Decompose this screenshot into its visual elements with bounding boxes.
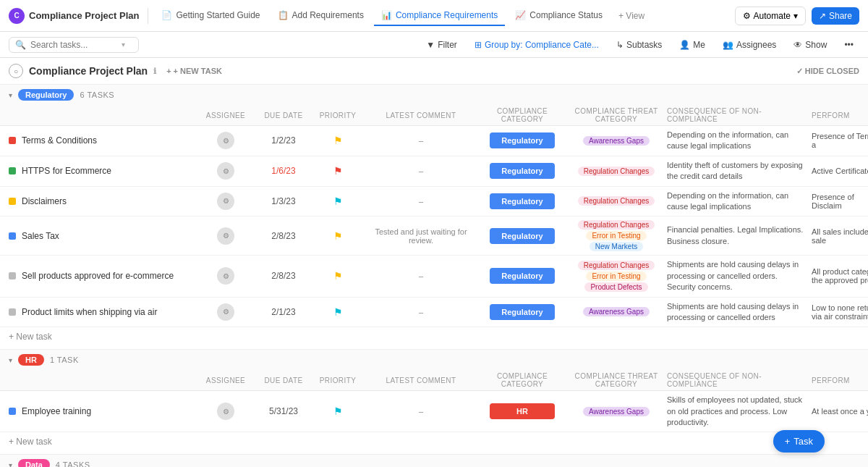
task-row[interactable]: HTTPS for Ecommerce ⚙ 1/6/23 ⚑ – Regulat… [0,156,868,187]
task-priority: ⚑ [312,135,363,146]
col-duedate-header: DUE DATE [255,112,312,119]
share-button[interactable]: ↗ Share [812,7,859,25]
show-button[interactable]: 👁 Show [788,37,833,53]
task-assignee[interactable]: ⚙ [197,132,255,149]
group-header-regulatory[interactable]: ▾ Regulatory 6 TASKS [0,85,868,105]
automate-button[interactable]: ⚙ Automate ▾ [735,7,806,25]
col-threat-header: COMPLIANCE THREAT CATEGORY [566,372,667,388]
threat-tags: Regulation Changes [566,196,667,206]
group-header-data[interactable]: ▾ Data 4 TASKS [0,455,868,467]
filter-icon: ▼ [426,40,435,50]
avatar[interactable]: ⚙ [217,267,234,285]
task-row[interactable]: Product limits when shipping via air ⚙ 2… [0,298,868,328]
task-priority: ⚑ [312,270,363,282]
task-dot [9,198,16,205]
task-consequence: Depending on the information, can cause … [667,190,812,213]
group-badge-regulatory: Regulatory [18,89,74,101]
col-duedate-header: DUE DATE [255,376,312,384]
task-priority: ⚑ [312,306,363,318]
task-row[interactable]: Disclaimers ⚙ 1/3/23 ⚑ – Regulatory Regu… [0,187,868,217]
col-consequence-header: CONSEQUENCE OF NON-COMPLIANCE [667,107,812,123]
task-row[interactable]: Sell products approved for e-commerce ⚙ … [0,256,868,297]
clipboard-icon: 📋 [278,10,289,20]
task-assignee[interactable]: ⚙ [197,193,255,210]
group-by-label: Group by: Compliance Cate... [485,40,599,50]
task-compliance: Regulatory [479,193,566,209]
task-count-data: 4 TASKS [56,460,90,467]
add-task-row-hr[interactable]: + New task [0,432,868,454]
task-assignee[interactable]: ⚙ [197,162,255,180]
group-toggle-data[interactable]: ▾ [9,461,12,467]
me-button[interactable]: 👤 Me [673,37,711,53]
task-assignee[interactable]: ⚙ [197,303,255,321]
task-assignee[interactable]: ⚙ [197,267,255,285]
task-assignee[interactable]: ⚙ [197,403,255,420]
priority-flag: ⚑ [333,405,343,417]
add-view-button[interactable]: + View [613,8,650,24]
task-dot [9,408,16,415]
search-box[interactable]: 🔍 ▾ [9,37,139,53]
task-name: Product limits when shipping via air [9,307,197,317]
priority-flag: ⚑ [333,135,343,146]
top-nav: C Compliance Project Plan 📄 Getting Star… [0,0,868,32]
col-assignee-header: ASSIGNEE [197,376,255,384]
tab-getting-started[interactable]: 📄 Getting Started Guide [154,6,267,26]
filter-button[interactable]: ▼ Filter [420,37,463,53]
group-toggle-hr[interactable]: ▾ [9,356,12,364]
group-toggle-regulatory[interactable]: ▾ [9,91,12,99]
plus-icon: + [166,67,171,75]
task-due-date: 2/1/23 [255,307,312,317]
avatar[interactable]: ⚙ [217,227,234,245]
task-threat: Awareness Gaps [566,407,667,416]
task-row[interactable]: Sales Tax ⚙ 2/8/23 ⚑ Tested and just wai… [0,216,868,256]
group-section-regulatory: ▾ Regulatory 6 TASKS ASSIGNEE DUE DATE P… [0,85,868,350]
threat-tag: Regulation Changes [578,167,655,176]
threat-tag: Regulation Changes [578,220,655,230]
hide-closed-label: HIDE CLOSED [805,67,859,75]
assignees-button[interactable]: 👥 Assignees [717,37,782,53]
task-name-text: HTTPS for Ecommerce [22,166,111,176]
subtasks-button[interactable]: ↳ Subtasks [610,37,668,53]
add-task-float-button[interactable]: + Task [773,430,825,453]
search-input[interactable] [30,40,117,50]
project-header: ○ Compliance Project Plan ℹ + + NEW TASK… [0,58,868,85]
group-header-hr[interactable]: ▾ HR 1 TASK [0,350,868,370]
task-row[interactable]: Terms & Conditions ⚙ 1/2/23 ⚑ – Regulato… [0,126,868,156]
task-count-hr: 1 TASK [50,355,79,364]
add-task-row-regulatory[interactable]: + New task [0,327,868,349]
col-comment-header: LATEST COMMENT [363,376,479,384]
threat-tags: Awareness Gaps [566,136,667,146]
more-options-button[interactable]: ••• [838,37,859,53]
info-icon[interactable]: ℹ [153,67,156,76]
tab-compliance-requirements-label: Compliance Requirements [396,10,498,20]
compliance-badge: Regulatory [490,163,555,179]
hide-closed-button[interactable]: ✓ HIDE CLOSED [796,67,859,76]
tab-compliance-status[interactable]: 📈 Compliance Status [508,6,610,26]
new-task-button[interactable]: + + NEW TASK [162,65,226,77]
group-icon: ⊞ [475,40,482,50]
collapse-project-button[interactable]: ○ [9,64,23,78]
threat-tag: Error in Testing [586,272,646,281]
tab-getting-started-label: Getting Started Guide [176,10,260,20]
tab-add-requirements[interactable]: 📋 Add Requirements [271,6,371,26]
group-by-button[interactable]: ⊞ Group by: Compliance Cate... [469,37,605,53]
priority-flag: ⚑ [333,230,343,242]
tab-compliance-requirements[interactable]: 📊 Compliance Requirements [374,6,505,26]
app-title: Compliance Project Plan [29,10,139,21]
col-perform-header: PERFORM [812,376,868,384]
avatar[interactable]: ⚙ [217,193,234,210]
app-logo: C Compliance Project Plan [9,8,148,24]
task-row[interactable]: Employee training ⚙ 5/31/23 ⚑ – HR Aware… [0,391,868,432]
avatar[interactable]: ⚙ [217,403,234,420]
avatar[interactable]: ⚙ [217,303,234,321]
avatar[interactable]: ⚙ [217,162,234,180]
col-threat-header: COMPLIANCE THREAT CATEGORY [566,107,667,123]
task-label: Task [793,436,813,447]
task-compliance: Regulatory [479,132,566,148]
task-perform: All product categori the approved produ [812,267,868,285]
toolbar: 🔍 ▾ ▼ Filter ⊞ Group by: Compliance Cate… [0,32,868,58]
priority-flag: ⚑ [333,165,343,177]
threat-tag: Awareness Gaps [583,307,650,316]
avatar[interactable]: ⚙ [217,132,234,149]
task-assignee[interactable]: ⚙ [197,227,255,245]
